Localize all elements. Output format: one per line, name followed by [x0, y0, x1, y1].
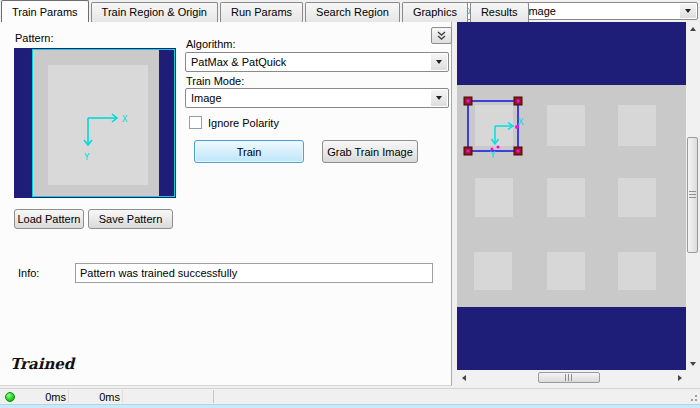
chevron-down-icon — [431, 54, 447, 70]
pattern-axis-x-label: X — [122, 114, 128, 124]
green-status-circle-icon — [5, 392, 15, 402]
ignore-polarity-label: Ignore Polarity — [208, 117, 279, 129]
train-params-page: Pattern: X Y Load Pattern Save Pattern A… — [0, 21, 452, 386]
algorithm-label: Algorithm: — [186, 38, 236, 50]
window-bottom-edge — [0, 404, 700, 408]
collapse-panel-button[interactable] — [431, 27, 452, 44]
tab-train-params[interactable]: Train Params — [1, 0, 89, 22]
chevron-double-down-icon — [437, 31, 446, 41]
status-separator — [213, 390, 214, 403]
status-time-2: 0ms — [82, 391, 120, 403]
image-vertical-scrollbar[interactable] — [686, 22, 699, 370]
image-axis-x-label: X — [518, 117, 524, 127]
algorithm-selected-value: PatMax & PatQuick — [191, 53, 286, 71]
train-mode-selected-value: Image — [191, 89, 222, 107]
scroll-right-button[interactable] — [673, 371, 686, 384]
triangle-left-icon — [462, 375, 466, 381]
pattern-display: X Y — [14, 48, 176, 198]
image-graphics-overlay: X Y — [457, 22, 686, 370]
train-image-display[interactable]: X Y — [457, 22, 686, 370]
status-separator — [122, 390, 123, 403]
train-result-status: Trained — [10, 355, 74, 373]
chevron-down-icon — [431, 90, 447, 106]
pattern-axis-y-label: Y — [84, 152, 90, 162]
train-mode-select[interactable]: Image — [185, 88, 449, 108]
status-bar: 0ms 0ms — [0, 388, 700, 404]
info-label: Info: — [18, 267, 39, 279]
train-mode-label: Train Mode: — [186, 75, 244, 87]
info-field[interactable] — [75, 263, 433, 283]
thumb-grip-icon — [565, 374, 573, 381]
tab-run-params[interactable]: Run Params — [220, 2, 303, 22]
status-separator — [68, 390, 69, 403]
train-button[interactable]: Train — [194, 140, 304, 163]
scrollbar-corner — [686, 371, 699, 384]
thumb-grip-icon — [689, 191, 696, 199]
scroll-up-button[interactable] — [686, 22, 699, 35]
triangle-right-icon — [678, 375, 682, 381]
tab-results[interactable]: Results — [470, 2, 529, 22]
triangle-up-icon — [690, 27, 696, 31]
image-axis-y-label: Y — [490, 150, 496, 160]
tab-train-region-origin[interactable]: Train Region & Origin — [91, 2, 218, 22]
scroll-left-button[interactable] — [457, 371, 470, 384]
triangle-down-icon — [690, 362, 696, 366]
pattern-label: Pattern: — [15, 32, 54, 44]
chevron-down-icon — [680, 4, 696, 18]
horizontal-scroll-thumb[interactable] — [538, 372, 600, 383]
resize-grip-icon[interactable] — [688, 392, 698, 402]
tab-graphics[interactable]: Graphics — [402, 2, 468, 22]
blob-squares — [474, 105, 656, 290]
save-pattern-button[interactable]: Save Pattern — [88, 209, 173, 229]
algorithm-select[interactable]: PatMax & PatQuick — [185, 52, 449, 72]
tab-strip: Train Params Train Region & Origin Run P… — [1, 0, 531, 22]
pattern-origin-axis: X Y — [14, 48, 176, 198]
status-time-1: 0ms — [28, 391, 66, 403]
scroll-down-button[interactable] — [686, 357, 699, 370]
patmax-tool-window: Train Params Train Region & Origin Run P… — [0, 0, 700, 408]
ignore-polarity-checkbox[interactable] — [189, 116, 202, 129]
vertical-scroll-thumb[interactable] — [687, 137, 698, 253]
tab-search-region[interactable]: Search Region — [305, 2, 400, 22]
grab-train-image-button[interactable]: Grab Train Image — [322, 140, 418, 163]
image-horizontal-scrollbar[interactable] — [457, 371, 686, 384]
load-pattern-button[interactable]: Load Pattern — [14, 209, 84, 229]
